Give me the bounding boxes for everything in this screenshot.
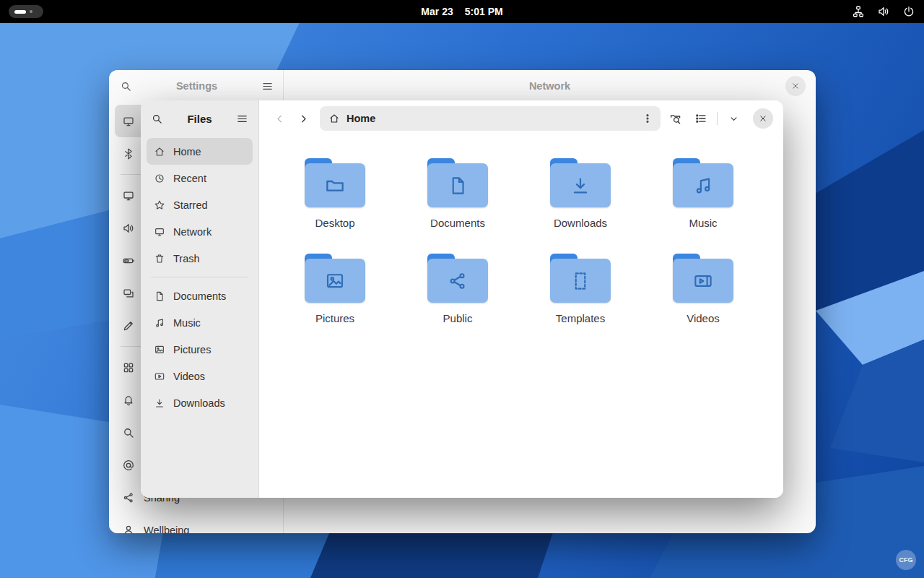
bluetooth-icon bbox=[122, 147, 135, 160]
workspace-indicator[interactable] bbox=[9, 5, 43, 18]
settings-sidebar-header: Settings bbox=[109, 70, 283, 102]
folder-desktop[interactable]: Desktop bbox=[280, 158, 390, 229]
files-close-button[interactable] bbox=[753, 108, 773, 129]
folder-icon bbox=[427, 254, 488, 303]
sidebar-item-label: Recent bbox=[173, 173, 206, 184]
kebab-menu-icon bbox=[642, 113, 653, 124]
sidebar-item-label: Music bbox=[173, 317, 201, 329]
settings-headerbar: Network bbox=[284, 70, 816, 102]
sidebar-item-videos[interactable]: Videos bbox=[147, 363, 253, 389]
cfg-badge: CFG bbox=[896, 550, 916, 570]
folder-label: Documents bbox=[430, 217, 485, 229]
chevron-right-icon bbox=[297, 113, 310, 125]
download-icon bbox=[154, 397, 165, 409]
clock[interactable]: Mar 23 5:01 PM bbox=[421, 6, 502, 17]
sidebar-item-starred[interactable]: Starred bbox=[147, 191, 253, 218]
folder-icon bbox=[673, 254, 733, 303]
share-icon bbox=[122, 491, 135, 504]
at-icon bbox=[122, 459, 135, 472]
settings-page-title: Network bbox=[529, 80, 570, 92]
speaker-icon bbox=[122, 222, 135, 235]
header-actions bbox=[664, 108, 773, 129]
settings-close-button[interactable] bbox=[785, 76, 806, 96]
folder-label: Templates bbox=[556, 312, 605, 324]
sidebar-item-downloads[interactable]: Downloads bbox=[147, 389, 253, 416]
search-icon[interactable] bbox=[120, 80, 132, 92]
menu-icon[interactable] bbox=[236, 113, 248, 125]
sidebar-item-home[interactable]: Home bbox=[147, 138, 253, 165]
search-icon bbox=[122, 426, 135, 439]
sidebar-item-music[interactable]: Music bbox=[147, 309, 253, 336]
folder-label: Public bbox=[443, 312, 473, 324]
folder-icon bbox=[550, 254, 611, 303]
person-icon bbox=[122, 524, 135, 534]
display-icon bbox=[122, 189, 135, 202]
files-sidebar-header: Files bbox=[141, 100, 258, 137]
home-icon bbox=[154, 146, 165, 158]
folder-templates[interactable]: Templates bbox=[526, 254, 635, 324]
list-view-icon bbox=[694, 112, 707, 125]
folder-public[interactable]: Public bbox=[403, 254, 513, 324]
trash-icon bbox=[154, 253, 165, 264]
sidebar-item-network[interactable]: Network bbox=[147, 218, 253, 245]
view-options-button[interactable] bbox=[722, 108, 745, 129]
forward-button[interactable] bbox=[293, 108, 313, 129]
settings-item-label: Wellbeing bbox=[144, 525, 189, 534]
document-icon bbox=[154, 290, 165, 302]
back-button[interactable] bbox=[269, 108, 289, 129]
sidebar-item-label: Videos bbox=[173, 371, 205, 382]
inactive-workspace-icon bbox=[30, 10, 32, 13]
settings-item-wellbeing[interactable]: Wellbeing bbox=[115, 514, 277, 533]
folder-grid: Desktop Documents Downloads Music Pictur… bbox=[259, 137, 783, 498]
folder-label: Music bbox=[689, 217, 717, 229]
bell-icon bbox=[122, 394, 135, 407]
folder-music[interactable]: Music bbox=[648, 158, 758, 229]
folder-label: Downloads bbox=[554, 217, 607, 229]
chevron-left-icon bbox=[274, 113, 286, 125]
top-bar: Mar 23 5:01 PM bbox=[0, 0, 924, 23]
list-view-button[interactable] bbox=[689, 108, 712, 129]
path-bar[interactable]: Home bbox=[320, 106, 661, 131]
sidebar-item-pictures[interactable]: Pictures bbox=[147, 336, 253, 363]
files-sidebar: Files Home Recent Starred Netw bbox=[141, 100, 259, 498]
search-location-button[interactable] bbox=[664, 108, 687, 129]
sidebar-item-label: Starred bbox=[173, 199, 208, 211]
pen-icon bbox=[122, 319, 135, 332]
folder-videos[interactable]: Videos bbox=[648, 254, 758, 324]
folder-icon bbox=[673, 158, 733, 207]
network-tree-icon[interactable] bbox=[852, 5, 865, 18]
document-glyph-icon bbox=[447, 175, 468, 197]
sidebar-item-recent[interactable]: Recent bbox=[147, 165, 253, 191]
close-icon bbox=[758, 113, 768, 124]
sidebar-item-label: Documents bbox=[173, 290, 226, 302]
folder-label: Videos bbox=[687, 312, 720, 324]
location-menu-button[interactable] bbox=[637, 109, 658, 128]
volume-icon[interactable] bbox=[877, 5, 890, 18]
music-icon bbox=[154, 317, 165, 329]
files-nav-list: Home Recent Starred Network Trash bbox=[141, 137, 258, 418]
folder-downloads[interactable]: Downloads bbox=[526, 158, 635, 229]
image-glyph-icon bbox=[324, 270, 346, 292]
template-glyph-icon bbox=[570, 270, 591, 292]
files-headerbar: Home bbox=[259, 100, 783, 137]
chevron-down-icon bbox=[728, 113, 739, 124]
folder-icon bbox=[305, 254, 365, 303]
multitasking-icon bbox=[122, 287, 135, 300]
clock-icon bbox=[154, 173, 165, 184]
sidebar-item-label: Network bbox=[173, 226, 212, 238]
sidebar-item-label: Pictures bbox=[173, 344, 211, 355]
folder-documents[interactable]: Documents bbox=[403, 158, 513, 229]
files-window: Files Home Recent Starred Netw bbox=[141, 100, 783, 498]
power-icon[interactable] bbox=[902, 5, 915, 18]
search-icon[interactable] bbox=[151, 113, 163, 125]
folder-icon bbox=[305, 158, 365, 207]
system-status-area[interactable] bbox=[852, 5, 915, 18]
folder-icon bbox=[427, 158, 488, 207]
separator bbox=[717, 112, 718, 125]
folder-label: Desktop bbox=[315, 217, 354, 229]
menu-icon[interactable] bbox=[261, 80, 274, 92]
sidebar-item-trash[interactable]: Trash bbox=[147, 245, 253, 272]
folder-label: Pictures bbox=[315, 312, 354, 324]
folder-pictures[interactable]: Pictures bbox=[280, 254, 390, 324]
sidebar-item-documents[interactable]: Documents bbox=[147, 282, 253, 309]
